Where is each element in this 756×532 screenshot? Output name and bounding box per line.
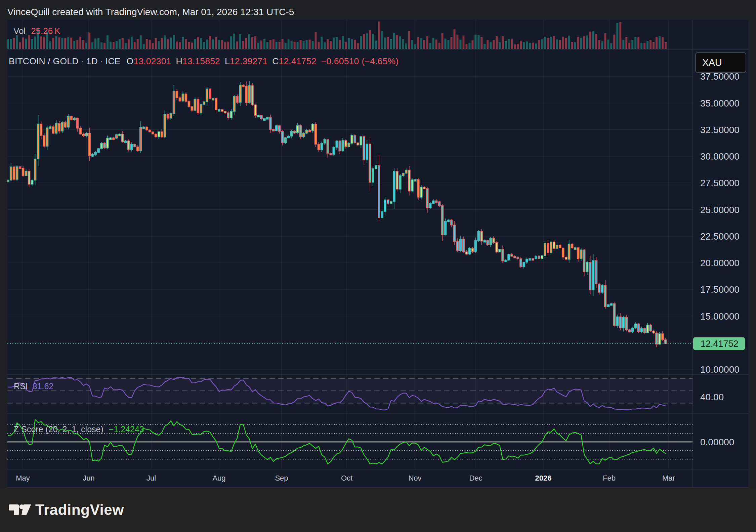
svg-text:Feb: Feb (603, 474, 616, 482)
svg-text:May: May (16, 474, 30, 482)
svg-text:Jul: Jul (146, 474, 156, 482)
svg-text:40.00: 40.00 (700, 392, 724, 402)
svg-text:VinceQuill created with Tradin: VinceQuill created with TradingView.com,… (7, 7, 294, 17)
svg-text:Jun: Jun (83, 474, 94, 482)
svg-text:Aug: Aug (212, 474, 225, 482)
svg-text:17.50000: 17.50000 (700, 284, 740, 295)
svg-text:Dec: Dec (469, 474, 482, 482)
svg-text:20.00000: 20.00000 (700, 258, 740, 268)
svg-text:15.00000: 15.00000 (700, 311, 740, 322)
svg-text:Z Score (20, 2, 1, close)−1.24: Z Score (20, 2, 1, close)−1.24243 (14, 424, 144, 434)
svg-text:25.00000: 25.00000 (700, 205, 740, 215)
svg-text:BITCOIN / GOLD·1D·ICEO13.02301: BITCOIN / GOLD·1D·ICEO13.02301H13.15852L… (9, 56, 398, 66)
svg-text:2026: 2026 (535, 474, 552, 482)
svg-text:10.00000: 10.00000 (700, 364, 740, 375)
svg-text:35.00000: 35.00000 (700, 98, 740, 109)
svg-text:30.00000: 30.00000 (700, 151, 740, 162)
svg-text:RSI31.62: RSI31.62 (14, 381, 53, 391)
svg-text:32.50000: 32.50000 (700, 125, 740, 135)
svg-text:27.50000: 27.50000 (700, 178, 740, 188)
svg-text:12.41752: 12.41752 (701, 339, 739, 349)
svg-text:TradingView: TradingView (35, 501, 124, 518)
svg-text:Sep: Sep (275, 474, 288, 482)
svg-text:Nov: Nov (408, 474, 421, 482)
svg-text:Oct: Oct (341, 474, 352, 482)
svg-text:0.00000: 0.00000 (700, 437, 734, 447)
svg-text:22.50000: 22.50000 (700, 231, 740, 242)
svg-text:Mar: Mar (662, 474, 675, 482)
svg-text:XAU: XAU (702, 57, 722, 68)
